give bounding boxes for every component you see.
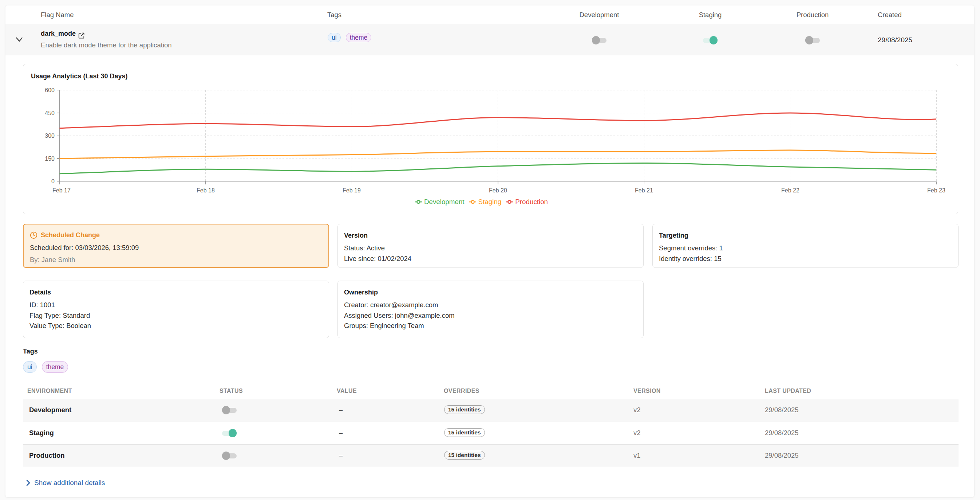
- svg-text:Feb 21: Feb 21: [635, 187, 653, 193]
- svg-text:Feb 17: Feb 17: [52, 187, 71, 193]
- svg-text:Feb 19: Feb 19: [342, 187, 361, 193]
- svg-text:Feb 18: Feb 18: [197, 187, 215, 193]
- svg-text:Feb 23: Feb 23: [927, 187, 945, 193]
- svg-text:Feb 22: Feb 22: [781, 187, 799, 193]
- svg-text:0: 0: [51, 178, 55, 184]
- svg-text:Feb 20: Feb 20: [489, 187, 507, 193]
- svg-text:150: 150: [45, 156, 55, 162]
- svg-text:600: 600: [45, 87, 55, 93]
- svg-text:300: 300: [45, 133, 55, 139]
- svg-text:450: 450: [45, 110, 55, 116]
